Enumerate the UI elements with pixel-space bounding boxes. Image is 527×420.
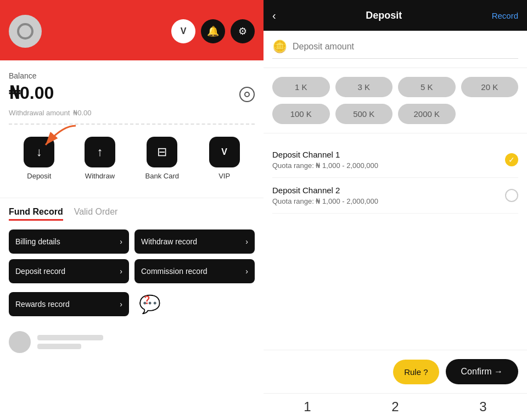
bank-card-button[interactable]: ⊟ Bank Card bbox=[145, 137, 179, 180]
placeholder-avatar bbox=[9, 331, 31, 353]
nav-num-3: 3 bbox=[479, 399, 486, 415]
nav-num-2: 2 bbox=[391, 399, 399, 415]
deposit-button[interactable]: ↓ Deposit bbox=[24, 137, 54, 180]
chips-row-1: 1 K 3 K 5 K 20 K bbox=[272, 77, 518, 97]
channel-2-item[interactable]: Deposit Channel 2 Quota range: ₦ 1,000 -… bbox=[272, 178, 518, 214]
fund-tabs: Fund Record Valid Order bbox=[9, 207, 255, 221]
chat-bubble-icon[interactable]: 💬 ❓ bbox=[134, 289, 165, 319]
bottom-actions: Rule ? Confirm → bbox=[264, 350, 527, 393]
bank-card-label: Bank Card bbox=[145, 172, 179, 180]
chip-3k[interactable]: 3 K bbox=[335, 77, 393, 97]
nav-num-1: 1 bbox=[304, 399, 311, 415]
deposit-record-button[interactable]: Deposit record › bbox=[9, 259, 129, 283]
rewards-record-button[interactable]: Rewards record › bbox=[9, 292, 129, 316]
withdrawal-label: Withdrawal amount bbox=[9, 109, 70, 117]
withdraw-record-button[interactable]: Withdraw record › bbox=[134, 229, 255, 254]
left-panel: V 🔔 ⚙ Balance ₦0.00 Withdrawal amount ₦0… bbox=[0, 0, 264, 420]
deposit-title: Deposit bbox=[366, 10, 402, 21]
tab-valid-order[interactable]: Valid Order bbox=[74, 207, 118, 221]
chip-1k[interactable]: 1 K bbox=[272, 77, 330, 97]
right-panel: ‹ Deposit Record 🪙 1 K 3 K 5 K 20 K 100 … bbox=[264, 0, 527, 420]
channel-1-name: Deposit Channel 1 bbox=[272, 150, 378, 159]
placeholder-line-1 bbox=[37, 335, 103, 340]
chip-20k[interactable]: 20 K bbox=[461, 77, 519, 97]
balance-section: Balance ₦0.00 Withdrawal amount ₦0.00 ↓ bbox=[0, 60, 264, 198]
coin-icon: 🪙 bbox=[272, 40, 287, 54]
channel-2-quota: Quota range: ₦ 1,000 - 2,000,000 bbox=[272, 197, 378, 205]
bank-card-icon: ⊟ bbox=[147, 137, 177, 167]
dashed-divider bbox=[9, 124, 255, 125]
logo-inner-circle bbox=[17, 23, 33, 40]
balance-label: Balance bbox=[9, 71, 255, 80]
nav-item-3[interactable]: 3 bbox=[479, 399, 486, 415]
chip-100k[interactable]: 100 K bbox=[272, 104, 330, 124]
deposit-label: Deposit bbox=[27, 172, 51, 180]
record-link[interactable]: Record bbox=[492, 11, 518, 20]
billing-details-button[interactable]: Billing details › bbox=[9, 229, 129, 254]
record-row-bottom: Rewards record › 💬 ❓ bbox=[9, 289, 255, 319]
nav-item-2[interactable]: 2 bbox=[391, 399, 399, 415]
right-header: ‹ Deposit Record bbox=[264, 0, 527, 31]
placeholder-line-2 bbox=[37, 344, 81, 349]
channel-1-item[interactable]: Deposit Channel 1 Quota range: ₦ 1,000 -… bbox=[272, 142, 518, 178]
deposit-amount-input[interactable] bbox=[293, 42, 518, 52]
bottom-placeholder bbox=[9, 326, 255, 359]
header-icons: V 🔔 ⚙ bbox=[171, 19, 255, 43]
bottom-nav: 1 2 3 bbox=[264, 393, 527, 420]
chips-row-2: 100 K 500 K 2000 K bbox=[272, 104, 518, 124]
channel-1-quota: Quota range: ₦ 1,000 - 2,000,000 bbox=[272, 161, 378, 170]
left-header: V 🔔 ⚙ bbox=[0, 0, 264, 60]
vip-button[interactable]: V VIP bbox=[209, 137, 240, 180]
app-logo bbox=[9, 15, 42, 48]
vip-label: VIP bbox=[218, 172, 230, 180]
chip-500k[interactable]: 500 K bbox=[335, 104, 393, 124]
vip-icon: V bbox=[209, 137, 240, 167]
rule-button[interactable]: Rule ? bbox=[393, 360, 439, 384]
commission-record-button[interactable]: Commission record › bbox=[134, 259, 255, 283]
deposit-input-section: 🪙 bbox=[264, 31, 527, 68]
bell-icon-button[interactable]: 🔔 bbox=[201, 19, 225, 43]
v-icon-button[interactable]: V bbox=[171, 19, 195, 43]
channel-2-info: Deposit Channel 2 Quota range: ₦ 1,000 -… bbox=[272, 186, 378, 205]
action-buttons: ↓ Deposit ↑ Withdraw bbox=[9, 131, 255, 189]
deposit-icon: ↓ bbox=[24, 137, 54, 167]
fund-section: Fund Record Valid Order Billing details … bbox=[0, 198, 264, 420]
chip-5k[interactable]: 5 K bbox=[398, 77, 456, 97]
channel-1-info: Deposit Channel 1 Quota range: ₦ 1,000 -… bbox=[272, 150, 378, 170]
back-button[interactable]: ‹ bbox=[272, 9, 276, 22]
target-dot bbox=[244, 92, 250, 97]
arrow-pointer bbox=[29, 120, 79, 153]
withdraw-label: Withdraw bbox=[85, 172, 115, 180]
channel-2-name: Deposit Channel 2 bbox=[272, 186, 378, 195]
withdrawal-amount: ₦0.00 bbox=[73, 109, 91, 117]
nav-item-1[interactable]: 1 bbox=[304, 399, 311, 415]
target-icon bbox=[239, 87, 255, 102]
deposit-input-row: 🪙 bbox=[272, 40, 518, 59]
balance-amount: ₦0.00 bbox=[9, 82, 54, 103]
chip-2000k[interactable]: 2000 K bbox=[398, 104, 456, 124]
record-grid: Billing details › Withdraw record › Depo… bbox=[9, 229, 255, 283]
channel-1-radio-selected: ✓ bbox=[505, 153, 518, 166]
tab-fund-record[interactable]: Fund Record bbox=[9, 207, 63, 221]
channel-2-radio-unselected bbox=[505, 189, 518, 202]
withdraw-button[interactable]: ↑ Withdraw bbox=[85, 137, 115, 180]
channel-section: Deposit Channel 1 Quota range: ₦ 1,000 -… bbox=[264, 133, 527, 350]
gear-icon-button[interactable]: ⚙ bbox=[231, 19, 255, 43]
withdraw-icon: ↑ bbox=[85, 137, 115, 167]
amount-chips-section: 1 K 3 K 5 K 20 K 100 K 500 K 2000 K bbox=[264, 68, 527, 133]
confirm-button[interactable]: Confirm → bbox=[446, 359, 518, 384]
placeholder-lines bbox=[37, 335, 103, 349]
